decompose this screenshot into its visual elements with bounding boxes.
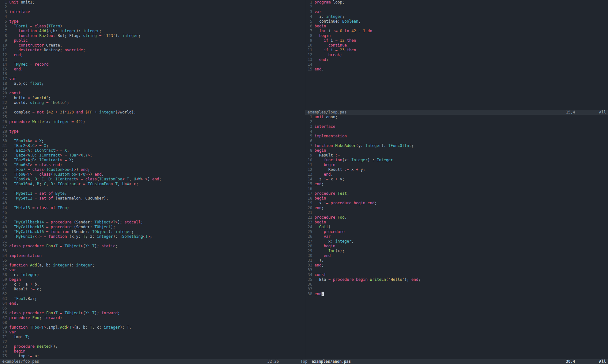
code-line[interactable]: 50 TMyFunc17<T> = function (x,y: T; z: i… (0, 234, 305, 239)
code-line[interactable]: 12 break; (305, 53, 608, 57)
code-line[interactable]: 29 Inc(x); (305, 249, 608, 253)
code-line[interactable]: 10 constructor Create; (0, 43, 305, 48)
code-line[interactable]: 4 (305, 129, 608, 134)
code-line[interactable]: 15end. (305, 67, 608, 72)
code-line[interactable]: 38 TFoo9<A, B; C, D: IContract> = class(… (0, 177, 305, 182)
code-line[interactable]: 12 end; (0, 53, 305, 57)
code-line[interactable]: 2 (305, 5, 608, 10)
code-line[interactable]: 9 if i = 12 then (305, 38, 608, 43)
code-line[interactable]: 30 end (305, 253, 608, 258)
code-line[interactable]: 32end; (305, 263, 608, 268)
editor-pane-loop[interactable]: 1program loop;23var4 i: integer;5 contin… (305, 0, 608, 110)
code-line[interactable]: 16 (0, 72, 305, 76)
code-line[interactable]: 41 TMySet11 = set of Byte; (0, 191, 305, 196)
code-line[interactable]: 24 Call( (305, 225, 608, 229)
code-line[interactable]: 55 (0, 258, 305, 263)
statusline-foo[interactable]: examples/foo.pas 32,26 Top (0, 359, 309, 364)
code-line[interactable]: 56function Add(a, b: integer): integer; (0, 263, 305, 268)
code-line[interactable]: 39 TFoo10<A, B; C, D: IContract> = TCust… (0, 182, 305, 186)
code-line[interactable]: 28 begin (305, 244, 608, 249)
code-line[interactable]: 30 TFoo1<A> = X; (0, 139, 305, 143)
code-line[interactable]: 5implementation (305, 134, 608, 139)
code-line[interactable]: 3interface (305, 124, 608, 129)
code-line[interactable]: 42 TMySet12 = set of (Watermelon, Cucumb… (0, 196, 305, 201)
code-line[interactable]: 40 (0, 186, 305, 191)
editor-pane-foo[interactable]: 1unit unit1;23interface45type6 TForm1 = … (0, 0, 305, 359)
code-line[interactable]: 31 ); (305, 258, 608, 263)
code-line[interactable]: 4 (0, 14, 305, 19)
code-line[interactable]: 68 (0, 320, 305, 325)
code-line[interactable]: 43 (0, 201, 305, 206)
code-line[interactable]: 24 complex = not (42 + 3)*123 and $FF + … (0, 110, 305, 115)
code-line[interactable]: 11 destructor Destroy; override; (0, 48, 305, 53)
code-line[interactable]: 18 a,b,c: float; (0, 81, 305, 86)
code-line[interactable]: 13 end; (305, 57, 608, 62)
code-line[interactable]: 25 procedure (305, 229, 608, 234)
code-line[interactable]: 44 TMeta13 = class of TFoo; (0, 206, 305, 210)
code-line[interactable]: 38end. (305, 292, 608, 296)
code-line[interactable]: 27 x: integer; (305, 239, 608, 244)
code-line[interactable]: 23 (0, 105, 305, 110)
code-line[interactable]: 61 Result := c; (0, 287, 305, 292)
code-line[interactable]: 21 (305, 210, 608, 215)
code-line[interactable]: 36 (305, 282, 608, 287)
code-line[interactable]: 7 function Add(a,b: integer): integer; (0, 29, 305, 33)
code-line[interactable]: 8 function Baz(out Buf; Flag: string = '… (0, 33, 305, 38)
code-line[interactable]: 32 TBaz3<A: IContract> = X; (0, 148, 305, 153)
code-line[interactable]: 14 z := x + y; (305, 177, 608, 182)
code-line[interactable]: 25 (0, 115, 305, 120)
code-line[interactable]: 28type (0, 129, 305, 134)
code-line[interactable]: 2 (0, 5, 305, 10)
code-line[interactable]: 71 tmp: T; (0, 335, 305, 339)
code-line[interactable]: 7function MakeAdder(y: Integer): TFuncOf… (305, 143, 608, 148)
code-line[interactable]: 19 x := procedure begin end; (305, 201, 608, 206)
code-line[interactable]: 20const (0, 91, 305, 96)
statusline-loop[interactable]: examples/loop.pas 15,4 All (305, 110, 608, 115)
code-line[interactable]: 13 (0, 57, 305, 62)
code-line[interactable]: 29 (0, 134, 305, 139)
code-line[interactable]: 9 public (0, 38, 305, 43)
code-line[interactable]: 62 (0, 292, 305, 296)
code-line[interactable]: 54implementation (0, 253, 305, 258)
code-line[interactable]: 49 TMyCallback16 = function (Sender: TOb… (0, 229, 305, 234)
code-line[interactable]: 6begin (305, 24, 608, 29)
code-line[interactable]: 58 c: integer; (0, 273, 305, 277)
code-line[interactable]: 26 var (305, 234, 608, 239)
code-line[interactable]: 11 if i = 23 then (305, 48, 608, 53)
code-line[interactable]: 33 TBaz4<A,B: IContract> = TBar<X,Y>; (0, 153, 305, 158)
code-line[interactable]: 33 (305, 268, 608, 273)
code-line[interactable]: 35 TFoo6<T> = class end; (0, 163, 305, 167)
code-line[interactable]: 22procedure Foo; (305, 215, 608, 220)
code-line[interactable]: 45 (0, 210, 305, 215)
code-line[interactable]: 70var (0, 330, 305, 335)
code-line[interactable]: 36 TFoo7 = class(TCustomFoo<T>) end; (0, 167, 305, 172)
code-line[interactable]: 46 (0, 215, 305, 220)
code-line[interactable]: 22 world: string = 'hello'; (0, 100, 305, 105)
code-line[interactable]: 20end; (305, 206, 608, 210)
code-line[interactable]: 52class procedure Foo<T = TObject>(X: T)… (0, 244, 305, 249)
code-line[interactable]: 63 TFoo1.Bar; (0, 296, 305, 301)
code-line[interactable]: 69function TFoo<T>.Impl.Add<T>(a, b: T; … (0, 325, 305, 330)
code-line[interactable]: 35 Bla = procedure begin WriteLn('Hello'… (305, 277, 608, 282)
code-line[interactable]: 10 function(x: Integer) : Integer (305, 158, 608, 163)
statusline-anon[interactable]: examples/anon.pas 38,4 All (309, 359, 608, 364)
code-line[interactable]: 5type (0, 19, 305, 24)
code-line[interactable]: 15 end; (0, 67, 305, 72)
code-line[interactable]: 18begin (305, 196, 608, 201)
code-line[interactable]: 60 c := a + b; (0, 282, 305, 287)
code-line[interactable]: 73 procedure nested(); (0, 344, 305, 349)
code-line[interactable]: 37 (305, 287, 608, 292)
code-line[interactable]: 1unit anon; (305, 115, 608, 120)
code-line[interactable]: 37 TFoo8<T> = class(TCustomFoo<T<U>>) en… (0, 172, 305, 177)
code-line[interactable]: 66class procedure Foo<T = TObject>(X: T)… (0, 311, 305, 316)
code-line[interactable]: 14 (305, 62, 608, 67)
code-line[interactable]: 21 hello = 'world'; (0, 96, 305, 100)
code-line[interactable]: 6 TForm1 = class(TForm) (0, 24, 305, 29)
code-line[interactable]: 53 (0, 249, 305, 253)
code-line[interactable]: 1program loop; (305, 0, 608, 5)
code-line[interactable]: 3interface (0, 10, 305, 14)
code-line[interactable]: 12 Result := x + y; (305, 167, 608, 172)
code-line[interactable]: 14 TMyRec = record (0, 62, 305, 67)
code-line[interactable]: 34 TBaz5<A;B: IContract> = X; (0, 158, 305, 163)
code-line[interactable]: 23begin (305, 220, 608, 225)
